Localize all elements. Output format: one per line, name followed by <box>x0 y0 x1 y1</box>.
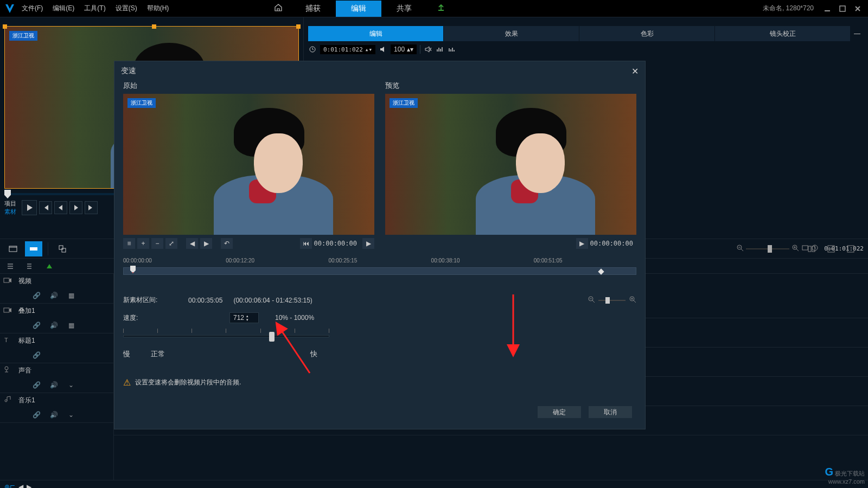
channel-watermark: 浙江卫视 <box>127 98 156 108</box>
menu-file[interactable]: 文件(F) <box>22 4 43 13</box>
scroll-right-button[interactable]: ▶ <box>27 483 31 489</box>
zoom-in-icon[interactable] <box>792 244 799 253</box>
link-icon[interactable]: 🔗 <box>33 322 40 329</box>
grid-icon[interactable]: ▦ <box>67 322 75 329</box>
fast-label: 快 <box>310 349 317 359</box>
preview-play-button[interactable]: ▶ <box>576 238 588 249</box>
link-icon[interactable]: 🔗 <box>33 292 40 299</box>
orig-add-button[interactable]: + <box>137 238 149 249</box>
speaker-icon[interactable]: 🔊 <box>50 381 58 389</box>
svg-rect-17 <box>847 246 854 252</box>
tab-effects[interactable]: 效果 <box>444 26 579 41</box>
normal-label: 正常 <box>151 349 165 359</box>
material-mode-label[interactable]: 素材 <box>4 208 16 216</box>
zoom-out-icon[interactable] <box>736 244 744 253</box>
orig-toggle-button[interactable]: ≡ <box>123 238 135 249</box>
timecode-display[interactable]: 0:01:01:022 ▴▾ <box>320 45 375 54</box>
chevron-down-icon[interactable]: ⌄ <box>67 411 75 419</box>
mute-icon[interactable] <box>424 45 432 54</box>
link-icon[interactable]: 🔗 <box>33 381 40 389</box>
upload-icon[interactable] <box>431 3 451 14</box>
layout-preset-1[interactable] <box>803 241 820 256</box>
speed-up-button[interactable]: ▴ <box>246 314 252 318</box>
dialog-mini-timeline[interactable]: 00:00:00:00 00:00:12:20 00:00:25:15 00:0… <box>123 258 636 284</box>
track-menu-1[interactable] <box>3 260 17 272</box>
speed-down-button[interactable]: ▾ <box>246 318 252 322</box>
speed-input[interactable]: 712 ▴▾ <box>229 312 259 323</box>
dialog-close-button[interactable]: ✕ <box>631 66 639 76</box>
track-label: 声音 <box>18 366 31 375</box>
panel-minimize[interactable]: — <box>851 26 864 41</box>
tab-edit[interactable]: 编辑 <box>308 26 444 41</box>
next-frame-button[interactable] <box>69 201 82 214</box>
preview-timecode: 00:00:00:00 <box>590 240 633 247</box>
link-icon[interactable]: 🔗 <box>33 351 40 359</box>
voice-track-icon <box>3 365 13 375</box>
prev-frame-button[interactable] <box>54 201 67 214</box>
scroll-left-button[interactable]: ◀ <box>18 483 23 489</box>
minimize-button[interactable] <box>821 3 833 14</box>
orig-remove-button[interactable]: − <box>151 238 163 249</box>
speaker-icon[interactable]: 🔊 <box>50 292 58 299</box>
svg-line-24 <box>796 249 799 251</box>
track-menu-2[interactable] <box>23 260 37 272</box>
svg-marker-3 <box>27 204 33 211</box>
tab-color[interactable]: 色彩 <box>579 26 715 41</box>
link-icon[interactable]: 🔗 <box>33 411 40 419</box>
mini-zoom-in-icon[interactable] <box>629 296 636 305</box>
add-track-button[interactable] <box>42 260 56 272</box>
home-icon <box>274 3 283 12</box>
svg-marker-27 <box>47 264 52 268</box>
goto-start-button[interactable] <box>39 201 52 214</box>
svg-text:T: T <box>4 337 8 343</box>
maximize-button[interactable] <box>837 3 848 14</box>
zoom-slider[interactable] <box>746 248 789 249</box>
ok-button[interactable]: 确定 <box>538 406 581 418</box>
storyboard-view-button[interactable] <box>4 241 22 256</box>
mini-zoom-slider[interactable] <box>598 300 626 301</box>
menu-help[interactable]: 帮助(H) <box>147 4 169 13</box>
share-tab[interactable]: 共享 <box>381 1 427 17</box>
timeline-view-button[interactable] <box>25 241 42 256</box>
cancel-button[interactable]: 取消 <box>589 406 632 418</box>
play-button[interactable] <box>22 200 37 215</box>
mini-zoom-out-icon[interactable] <box>588 296 595 305</box>
edit-tab[interactable]: 编辑 <box>336 1 381 17</box>
replace-button[interactable] <box>54 241 71 256</box>
svg-rect-13 <box>808 246 811 252</box>
menu-settings[interactable]: 设置(S) <box>116 4 137 13</box>
orig-next-button[interactable]: ▶ <box>200 238 212 249</box>
speed-slider[interactable] <box>123 335 329 337</box>
site-watermark: G 极光下载站 www.xz7.com <box>825 466 865 485</box>
close-button[interactable] <box>852 3 864 14</box>
svg-rect-2 <box>840 6 845 11</box>
chevron-down-icon[interactable]: ⌄ <box>67 381 75 389</box>
speed-slider-thumb[interactable] <box>269 332 275 342</box>
volume-display[interactable]: 100 ▴▾ <box>391 44 417 54</box>
clock-icon <box>308 45 317 54</box>
capture-tab[interactable]: 捕获 <box>290 1 336 17</box>
grid-icon[interactable]: ▦ <box>67 292 75 299</box>
goto-end-button[interactable] <box>85 201 98 214</box>
orig-undo-button[interactable]: ↶ <box>221 238 233 249</box>
project-mode-label[interactable]: 项目 <box>4 200 16 208</box>
orig-reverse-button[interactable]: ⤢ <box>165 238 177 249</box>
layout-preset-3[interactable] <box>842 241 859 256</box>
menu-edit[interactable]: 编辑(E) <box>53 4 74 13</box>
footer-handle[interactable]: ⊕⊏ <box>4 483 15 489</box>
menu-tools[interactable]: 工具(T) <box>84 4 105 13</box>
orig-play-button[interactable]: ▶ <box>362 238 374 249</box>
bars-icon-2[interactable] <box>448 45 456 54</box>
orig-goto-start-button[interactable]: ⏮ <box>300 238 312 249</box>
speaker-icon[interactable]: 🔊 <box>50 411 58 419</box>
menubar-items: 文件(F) 编辑(E) 工具(T) 设置(S) 帮助(H) <box>22 4 169 13</box>
mini-playhead[interactable] <box>130 266 136 273</box>
bars-icon-1[interactable] <box>436 45 444 54</box>
orig-prev-button[interactable]: ◀ <box>186 238 198 249</box>
tab-lens-correction[interactable]: 镜头校正 <box>715 26 851 41</box>
home-tab[interactable] <box>266 0 290 17</box>
mini-keyframe[interactable] <box>598 268 604 274</box>
layout-preset-2[interactable] <box>822 241 840 256</box>
speaker-icon[interactable]: 🔊 <box>50 322 58 329</box>
menubar-right: 未命名, 1280*720 <box>763 3 864 14</box>
